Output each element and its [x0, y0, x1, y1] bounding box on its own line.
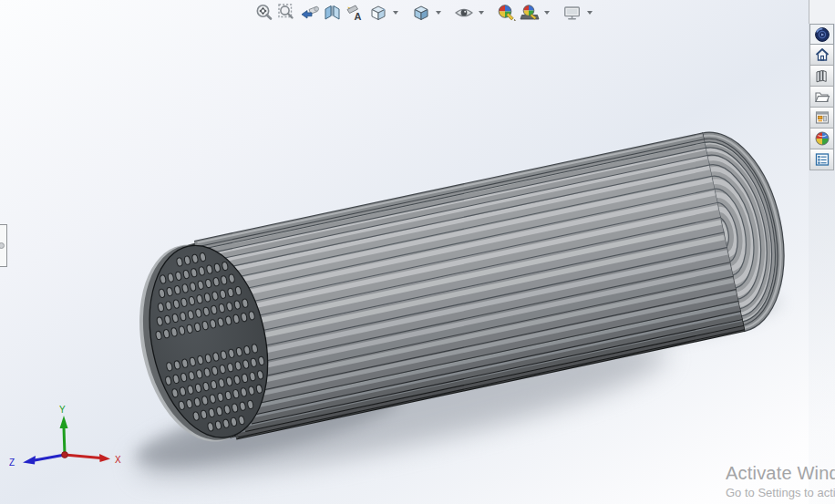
view-settings-icon[interactable]: [562, 3, 582, 23]
y-axis-arrow: [60, 416, 68, 428]
display-style-dropdown[interactable]: [436, 11, 441, 15]
file-explorer-icon[interactable]: [809, 87, 834, 108]
task-pane-strip: [809, 0, 835, 504]
solidworks-viewport: A: [0, 0, 835, 504]
zoom-to-area-icon[interactable]: [277, 3, 297, 23]
task-pane-top-spacer: [809, 0, 835, 24]
view-settings-dropdown[interactable]: [587, 11, 593, 15]
design-library-icon[interactable]: [809, 66, 834, 87]
y-axis-label: Y: [59, 405, 66, 415]
apply-scene-dropdown[interactable]: [544, 11, 550, 15]
reference-triad: Y Z X: [7, 404, 144, 499]
section-view-icon[interactable]: [323, 3, 343, 23]
svg-text:A: A: [355, 11, 362, 22]
display-style-icon[interactable]: [411, 3, 431, 23]
appearances-scenes-icon[interactable]: [809, 129, 834, 149]
edit-appearance-icon[interactable]: [497, 3, 517, 23]
previous-view-icon[interactable]: [300, 3, 320, 23]
x-axis-arrow: [99, 454, 110, 462]
z-axis-arrow: [23, 456, 36, 465]
hide-show-items-icon[interactable]: [454, 3, 474, 23]
home-icon[interactable]: [809, 45, 834, 66]
view-orientation-dropdown[interactable]: [393, 11, 398, 15]
z-axis-label: Z: [9, 458, 15, 468]
feature-panel-flyout-tab[interactable]: [0, 224, 7, 267]
x-axis-label: X: [115, 455, 121, 465]
zoom-to-fit-icon[interactable]: [254, 3, 274, 23]
custom-properties-icon[interactable]: [809, 149, 834, 170]
triad-origin: [62, 452, 68, 458]
solidworks-resources-icon[interactable]: [809, 24, 834, 45]
dynamic-annotation-views-icon[interactable]: A: [345, 3, 366, 23]
view-orientation-icon[interactable]: [368, 3, 388, 23]
heads-up-toolbar: A: [254, 2, 594, 24]
hide-show-items-dropdown[interactable]: [479, 11, 484, 15]
apply-scene-icon[interactable]: [520, 3, 540, 23]
flyout-knob: [0, 242, 5, 249]
view-palette-icon[interactable]: [809, 108, 834, 129]
